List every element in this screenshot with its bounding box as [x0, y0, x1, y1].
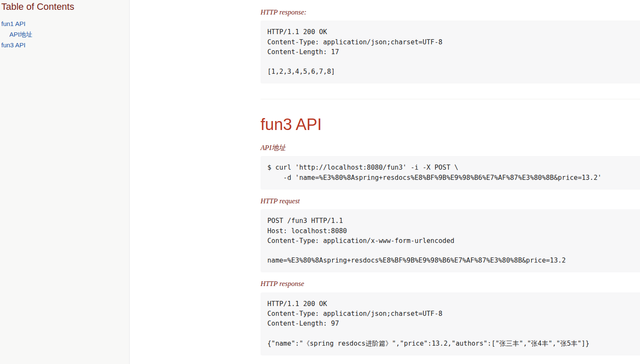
- toc-link-fun1-api[interactable]: fun1 API: [1, 20, 26, 27]
- toc-sublist-fun1: API地址: [9, 29, 125, 40]
- document-page: Table of Contents fun1 API API地址 fun3 AP…: [0, 0, 640, 364]
- block-title-api-address: API地址: [261, 143, 640, 152]
- toc-title: Table of Contents: [1, 1, 125, 13]
- toc-entry-fun3-api: fun3 API: [1, 40, 125, 50]
- code-block-http-request: POST /fun3 HTTP/1.1 Host: localhost:8080…: [261, 209, 640, 272]
- toc-list: fun1 API API地址 fun3 API: [1, 18, 125, 50]
- code-block-fun1-http-response: HTTP/1.1 200 OK Content-Type: applicatio…: [261, 20, 640, 84]
- toc-entry-api-address: API地址: [9, 29, 125, 40]
- section-fun3-api: fun3 API API地址 $ curl 'http://localhost:…: [261, 99, 640, 355]
- block-title-http-request: HTTP request: [261, 196, 640, 205]
- content-area: HTTP response: HTTP/1.1 200 OK Content-T…: [130, 0, 640, 364]
- section-fun1-response: HTTP response: HTTP/1.1 200 OK Content-T…: [261, 8, 640, 84]
- toc-link-fun3-api[interactable]: fun3 API: [1, 41, 26, 49]
- toc-link-api-address[interactable]: API地址: [9, 31, 32, 38]
- toc-entry-fun1-api: fun1 API API地址: [1, 18, 125, 40]
- code-block-fun3-http-response: HTTP/1.1 200 OK Content-Type: applicatio…: [261, 292, 640, 355]
- code-block-curl-request: $ curl 'http://localhost:8080/fun3' -i -…: [261, 156, 640, 189]
- block-title-http-response: HTTP response:: [261, 8, 640, 17]
- block-title-http-response-fun3: HTTP response: [261, 279, 640, 288]
- section-heading-fun3-api: fun3 API: [261, 115, 640, 135]
- table-of-contents-panel: Table of Contents fun1 API API地址 fun3 AP…: [0, 0, 130, 364]
